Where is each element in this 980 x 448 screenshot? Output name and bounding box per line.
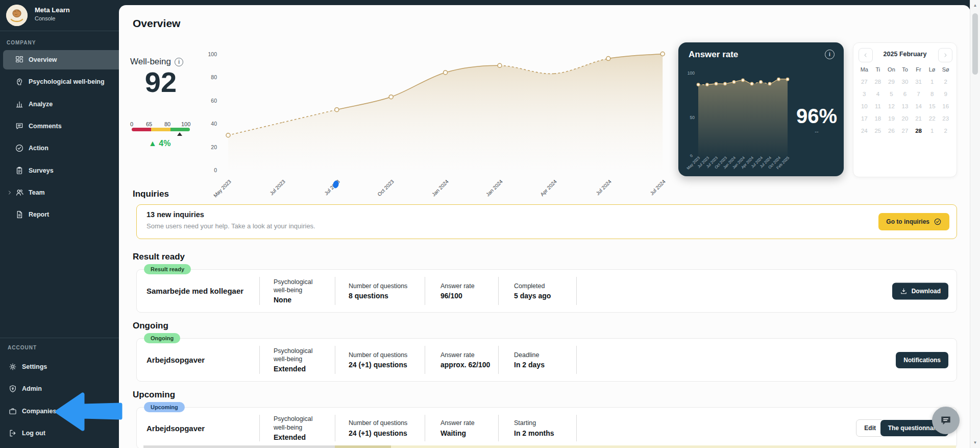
- column-deadline: Deadline In 2 days: [514, 339, 580, 381]
- calendar-day[interactable]: 14: [912, 103, 925, 109]
- clipboard-icon: [15, 166, 24, 175]
- divider: [498, 277, 499, 305]
- sidebar-item-label: Surveys: [29, 167, 54, 174]
- sidebar-item-settings[interactable]: Settings: [3, 357, 121, 376]
- cutoff-content: [391, 445, 956, 448]
- calendar-day[interactable]: 24: [857, 128, 871, 134]
- column-value: 24 (+1) questions: [349, 429, 425, 437]
- calendar-day[interactable]: 30: [898, 79, 912, 85]
- calendar-day[interactable]: 28: [871, 79, 885, 85]
- calendar-day[interactable]: 15: [925, 103, 939, 109]
- calendar-day[interactable]: 23: [939, 115, 952, 122]
- chat-fab-button[interactable]: [932, 407, 960, 434]
- logout-icon: [8, 429, 17, 438]
- calendar-day[interactable]: 26: [885, 128, 898, 134]
- sidebar-item-action[interactable]: Action: [3, 138, 128, 158]
- notifications-button[interactable]: Notifications: [896, 352, 948, 368]
- calendar-day[interactable]: 2: [939, 128, 952, 134]
- download-label: Download: [912, 288, 941, 295]
- scroll-up-icon[interactable]: ▲: [970, 3, 980, 8]
- calendar-day[interactable]: 17: [857, 115, 871, 122]
- chat-bubble-icon: [939, 414, 952, 427]
- y-axis-tick: 100: [204, 51, 217, 57]
- divider: [335, 277, 335, 305]
- calendar-day[interactable]: 1: [925, 128, 939, 134]
- calendar-day[interactable]: 22: [925, 115, 939, 122]
- calendar-day[interactable]: 6: [898, 91, 912, 97]
- calendar-day[interactable]: 11: [871, 103, 885, 109]
- calendar-day[interactable]: 31: [912, 79, 925, 85]
- column-value: 5 days ago: [514, 292, 580, 300]
- column-value: In 2 months: [514, 429, 580, 437]
- sidebar-item-report[interactable]: Report: [3, 205, 128, 224]
- sidebar-item-analyze[interactable]: Analyze: [3, 95, 128, 114]
- scrollbar-thumb[interactable]: [972, 13, 978, 75]
- brand-logo-icon: [6, 5, 28, 26]
- column-label: Number of questions: [349, 282, 425, 290]
- column-value: In 2 days: [514, 361, 580, 369]
- column-value: 96/100: [440, 292, 502, 300]
- calendar-day[interactable]: 9: [939, 91, 952, 97]
- calendar-weekday: Lø: [925, 66, 939, 73]
- column-psych: Psychological well-being Extended: [274, 408, 327, 448]
- calendar-day[interactable]: 3: [857, 91, 871, 97]
- download-button[interactable]: Download: [892, 282, 948, 299]
- scrollbar[interactable]: ▲ ▼: [970, 0, 980, 448]
- sidebar-item-label: Admin: [22, 385, 42, 392]
- column-psych: Psychological well-being Extended: [274, 339, 327, 381]
- calendar-day[interactable]: 27: [898, 128, 912, 134]
- sidebar-item-companies[interactable]: Companies: [3, 402, 121, 421]
- sidebar-item-team[interactable]: Team: [3, 183, 119, 202]
- sidebar-item-label: Companies: [22, 408, 56, 415]
- scroll-down-icon[interactable]: ▼: [970, 440, 980, 445]
- calendar-day[interactable]: 13: [898, 103, 912, 109]
- calendar-day[interactable]: 7: [912, 91, 925, 97]
- ongoing-card: Ongoing Arbejdsopgaver Psychological wel…: [136, 338, 957, 382]
- sidebar-item-comments[interactable]: Comments: [3, 116, 128, 136]
- scale-t2: 80: [164, 121, 170, 127]
- survey-title: Arbejdsopgaver: [146, 408, 205, 448]
- calendar-day[interactable]: 21: [912, 115, 925, 122]
- column-label: Answer rate: [440, 351, 502, 359]
- info-icon[interactable]: i: [175, 58, 183, 66]
- column-label: Number of questions: [349, 419, 425, 427]
- ongoing-heading: Ongoing: [133, 321, 168, 331]
- calendar-weekday: Sø: [939, 66, 952, 73]
- bar-chart-icon: [15, 100, 24, 109]
- x-axis-label: Oct 2023: [366, 179, 395, 208]
- sidebar-item-psychological-well-being[interactable]: Psychological well-being: [3, 72, 128, 91]
- go-to-inquiries-button[interactable]: Go to inquiries: [878, 213, 949, 230]
- y-axis-tick: 0: [204, 167, 217, 173]
- column-label: Psychological well-being: [274, 347, 327, 364]
- chevron-right-icon: [7, 190, 13, 196]
- column-value: approx. 62/100: [440, 361, 502, 369]
- calendar-day[interactable]: 12: [885, 103, 898, 109]
- sidebar-item-surveys[interactable]: Surveys: [3, 161, 128, 180]
- delta-value: 4%: [159, 139, 170, 148]
- calendar-day[interactable]: 1: [925, 79, 939, 85]
- calendar-day[interactable]: 19: [885, 115, 898, 122]
- calendar-next-button[interactable]: [938, 48, 952, 62]
- sidebar-item-log-out[interactable]: Log out: [3, 423, 121, 443]
- column-questions: Number of questions 24 (+1) questions: [349, 408, 425, 448]
- calendar-day[interactable]: 25: [871, 128, 885, 134]
- calendar-day[interactable]: 29: [885, 79, 898, 85]
- sidebar-item-overview[interactable]: Overview: [3, 50, 128, 69]
- calendar-day[interactable]: 2: [939, 79, 952, 85]
- calendar-day[interactable]: 16: [939, 103, 952, 109]
- sidebar-item-admin[interactable]: Admin: [3, 379, 121, 398]
- inquiries-heading: Inquiries: [133, 189, 169, 199]
- app-window: Meta Learn Console COMPANYOverviewPsycho…: [0, 0, 980, 448]
- calendar-day[interactable]: 18: [871, 115, 885, 122]
- calendar-day[interactable]: 5: [885, 91, 898, 97]
- info-icon[interactable]: i: [825, 50, 835, 59]
- calendar-day[interactable]: 10: [857, 103, 871, 109]
- calendar-day[interactable]: 20: [898, 115, 912, 122]
- calendar-day[interactable]: 8: [925, 91, 939, 97]
- brand-header: Meta Learn Console: [0, 0, 119, 31]
- result-ready-card: Result ready Samarbejde med kollegaer Ps…: [136, 269, 957, 313]
- calendar-day[interactable]: 4: [871, 91, 885, 97]
- divider: [335, 346, 335, 374]
- calendar-day-current[interactable]: 28: [912, 128, 925, 134]
- calendar-day[interactable]: 27: [857, 79, 871, 85]
